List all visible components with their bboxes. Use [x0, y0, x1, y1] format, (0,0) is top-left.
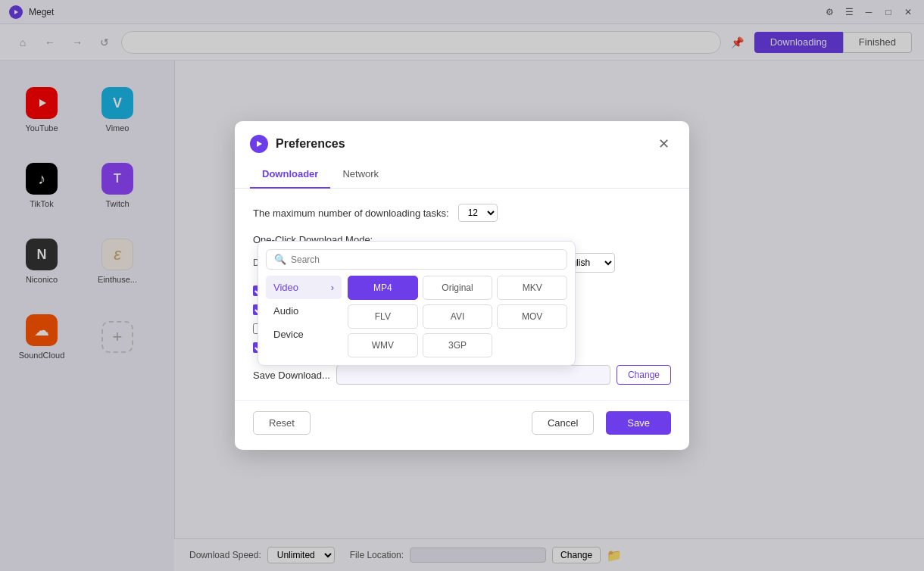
svg-marker-3 — [257, 141, 262, 147]
max-tasks-row: The maximum number of downloading tasks:… — [253, 204, 671, 222]
save-change-button[interactable]: Change — [617, 365, 671, 385]
save-location-label: Save Download... — [253, 370, 330, 381]
modal-tabs: Downloader Network — [235, 154, 689, 189]
cancel-button[interactable]: Cancel — [532, 411, 594, 435]
max-tasks-label: The maximum number of downloading tasks: — [253, 207, 449, 219]
format-content: Video › Audio Device MP4 Original MKV FL… — [266, 276, 567, 357]
category-audio[interactable]: Audio — [266, 299, 342, 323]
format-3gp[interactable]: 3GP — [423, 333, 493, 357]
tab-network[interactable]: Network — [330, 164, 391, 189]
format-dropdown: 🔍 Video › Audio Device MP4 Original MKV … — [258, 241, 576, 366]
format-wmv[interactable]: WMV — [348, 333, 418, 357]
category-device[interactable]: Device — [266, 323, 342, 346]
format-avi[interactable]: AVI — [423, 304, 493, 329]
modal-footer: Reset Cancel Save — [235, 400, 689, 450]
modal-close-button[interactable]: ✕ — [653, 133, 674, 154]
save-location-row: Save Download... C:\Users\Public\Meget C… — [253, 365, 671, 385]
modal-logo — [250, 135, 268, 153]
category-video[interactable]: Video › — [266, 276, 342, 299]
tab-downloader[interactable]: Downloader — [250, 164, 330, 189]
format-mkv[interactable]: MKV — [497, 276, 567, 300]
format-search-box: 🔍 — [266, 249, 567, 270]
modal-header: Preferences ✕ — [235, 121, 689, 154]
modal-title: Preferences — [276, 137, 645, 151]
chevron-right-icon: › — [331, 282, 334, 293]
format-flv[interactable]: FLV — [348, 304, 418, 329]
save-button[interactable]: Save — [606, 411, 671, 435]
format-categories: Video › Audio Device — [266, 276, 342, 357]
max-tasks-select[interactable]: 12 124 6810 1620 — [458, 204, 498, 222]
footer-right: Cancel Save — [532, 411, 671, 435]
save-location-input[interactable]: C:\Users\Public\Meget — [336, 365, 610, 385]
format-search-input[interactable] — [291, 254, 559, 265]
format-mp4[interactable]: MP4 — [348, 276, 418, 300]
format-original[interactable]: Original — [423, 276, 493, 300]
format-options: MP4 Original MKV FLV AVI MOV WMV 3GP — [348, 276, 567, 357]
format-mov[interactable]: MOV — [497, 304, 567, 329]
search-icon: 🔍 — [274, 254, 286, 265]
reset-button[interactable]: Reset — [253, 411, 311, 435]
